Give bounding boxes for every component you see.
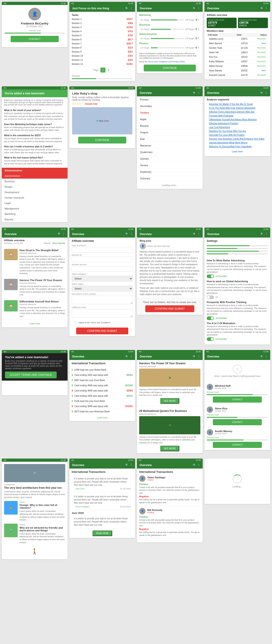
more-icon-r2c4[interactable]: ⋮ [265, 92, 268, 94]
analysis-link-item[interactable]: Effective Advertising Pointers [207, 122, 268, 125]
toggle-1[interactable] [207, 274, 214, 278]
toggle2-label: off [215, 296, 218, 298]
status-bar-r3c4: 4G 12:30 [204, 228, 270, 231]
read-now-btn[interactable]: READ NOW [92, 530, 112, 536]
menu-item[interactable]: Octonary [137, 175, 203, 182]
search-icon-4[interactable]: 🔍 [260, 7, 264, 10]
contact-btn[interactable]: CONTACT [213, 419, 262, 425]
menu-item[interactable]: Banana [137, 123, 203, 129]
confirm-submit-btn-r3c2[interactable]: CONFIRM AND SUBMIT [76, 328, 128, 334]
more-icon-r5c2[interactable]: ⋮ [130, 464, 132, 466]
toggle-2[interactable] [207, 295, 214, 299]
blog-content: Having a home based business is a wonder… [140, 250, 200, 285]
search-icon-r5c3[interactable]: 🔍 [193, 464, 196, 466]
search-icon-r4c2[interactable]: 🔍 [125, 355, 128, 358]
menu-item[interactable]: Senary [137, 162, 203, 169]
privacy-link[interactable]: Privacy Policy [172, 60, 185, 63]
filter-newest[interactable]: Newest [44, 242, 50, 244]
menu-item[interactable]: Macaroon [137, 142, 203, 149]
notes-input[interactable] [72, 309, 133, 318]
menu-item[interactable]: Quinary [137, 156, 203, 162]
search-icon[interactable]: 🔍 [125, 7, 128, 10]
sidebar-nav-item[interactable]: Administration [2, 173, 68, 178]
element-id-input[interactable] [72, 256, 133, 262]
menu-item[interactable]: Primary [137, 96, 203, 103]
search-icon-r4c4[interactable]: 🔍 [260, 355, 264, 358]
desc-input[interactable] [72, 296, 133, 304]
select-region-input[interactable]: Select [72, 286, 133, 292]
contact-btn[interactable]: CONTACT [213, 442, 262, 448]
menu-item[interactable]: Secondary [137, 103, 203, 110]
terms-checkbox[interactable] [74, 322, 76, 324]
number-account-input[interactable] [72, 266, 133, 272]
sidebar-nav-item[interactable]: Marketing [2, 211, 68, 217]
page-2-btn[interactable]: 2 [106, 68, 111, 72]
profile-name: Frederick McCarthy [4, 22, 65, 25]
menu-item[interactable]: Tertiary [137, 110, 203, 116]
more-icon-r4c3[interactable]: ⋮ [198, 355, 200, 358]
more-icon-r5c3[interactable]: ⋮ [198, 464, 200, 466]
menu-item[interactable]: Apple [137, 116, 203, 123]
analysis-link-item[interactable]: Branding Do You Know Who You Are [207, 129, 268, 133]
continue-btn-shop[interactable]: CONTINUE [78, 137, 126, 144]
more-icon-3[interactable]: ⋮ [198, 7, 200, 10]
search-icon-r3c2[interactable]: 🔍 [125, 232, 128, 236]
more-icon-r2c3[interactable]: ⋮ [198, 92, 200, 94]
analysis-link-item[interactable]: Welcome To DiscountAds Free Classifieds [207, 144, 268, 148]
menu-item[interactable]: Quaternary [137, 149, 203, 156]
sidebar-nav-item[interactable]: Design [2, 184, 68, 190]
search-icon-r5c2[interactable]: 🔍 [125, 464, 128, 466]
search-icon-r2c4[interactable]: 🔍 [260, 92, 264, 94]
contact-button[interactable]: CONTACT [11, 36, 59, 42]
analysis-link-item[interactable]: Is On The Road With Free Internet Advert… [207, 106, 268, 110]
terms-link[interactable]: Terms and Conditions [148, 60, 168, 63]
sidebar-nav-item[interactable]: Business [2, 178, 68, 184]
search-icon-r3c3[interactable]: 🔍 [193, 232, 196, 236]
search-icon-3[interactable]: 🔍 [193, 7, 196, 10]
more-icon-4[interactable]: ⋮ [265, 7, 268, 10]
see-more-btn-2[interactable]: SEE MORE [160, 446, 180, 451]
analysis-link-item[interactable]: Advertise No Matter If You Are Big Or Sm… [207, 102, 268, 106]
analysis-link-item[interactable]: Promote With Postcards [207, 114, 268, 118]
sidebar-nav-item[interactable]: Management [2, 206, 68, 211]
analysis-link-item[interactable]: Improve Your Business Cards And Enhance … [207, 137, 268, 141]
search-icon-r3c1[interactable]: 🔍 [58, 232, 61, 236]
more-icon-r3c2[interactable]: ⋮ [130, 232, 132, 236]
toggle-3[interactable] [207, 316, 214, 320]
type-product-input[interactable] [72, 247, 133, 252]
menu-item[interactable]: Grapes [137, 129, 203, 136]
analysis-link-item[interactable]: Differentiate Yourself And Attract More … [207, 118, 268, 122]
load-more-analysis[interactable]: Load more [232, 150, 243, 153]
more-icon-r3c4[interactable]: ⋮ [265, 232, 268, 236]
affiliate-form-title: Affiliate overview [72, 239, 133, 242]
more-icon-r3c1[interactable]: ⋮ [62, 232, 65, 236]
select-category-input[interactable]: Select [72, 276, 133, 282]
more-icon-r4c2[interactable]: ⋮ [130, 355, 132, 358]
more-icon-r3c3[interactable]: ⋮ [198, 232, 200, 236]
analysis-link-item[interactable]: Internet Advertising What Went Wrong [207, 141, 268, 144]
search-icon-r4c3[interactable]: 🔍 [193, 355, 196, 358]
toggle-4[interactable] [207, 337, 214, 341]
sidebar-nav-item[interactable]: Reports [2, 217, 68, 222]
confirm-submit-btn-r3c3[interactable]: CONFIRM AND SUBMIT [145, 305, 194, 312]
filter-popular[interactable]: Most Popular [52, 242, 65, 244]
continue-btn-3[interactable]: CONTINUE [144, 64, 196, 72]
search-icon-r3c4[interactable]: 🔍 [260, 232, 264, 236]
more-icon[interactable]: ⋮ [130, 7, 132, 10]
menu-item[interactable]: Kiwi [137, 136, 203, 142]
load-more-blog[interactable]: Load more [29, 322, 40, 325]
accept-btn[interactable]: ACCEPT TERMS AND CONTINUE [5, 372, 57, 378]
analysis-link-item[interactable]: Low Cost Advertising [207, 125, 268, 129]
load-more-tx[interactable]: Load more [97, 416, 108, 419]
analysis-link-item[interactable]: Effective Forms Advertising Internet Web… [207, 110, 268, 114]
sidebar-nav-item[interactable]: Human resources [2, 195, 68, 200]
menu-item[interactable]: Septenary [137, 169, 203, 175]
see-more-btn-1[interactable]: SEE MORE [160, 398, 180, 404]
page-1-btn[interactable]: 1 [100, 68, 106, 72]
sidebar-nav-item[interactable]: Legal [2, 200, 68, 206]
contact-btn[interactable]: CONTACT [213, 396, 262, 402]
analysis-link-item[interactable]: Decorate For Less With Art Posters [207, 133, 268, 137]
more-icon-r4c4[interactable]: ⋮ [265, 355, 268, 358]
search-icon-r2c3[interactable]: 🔍 [193, 92, 196, 94]
sidebar-nav-item[interactable]: Development [2, 190, 68, 195]
